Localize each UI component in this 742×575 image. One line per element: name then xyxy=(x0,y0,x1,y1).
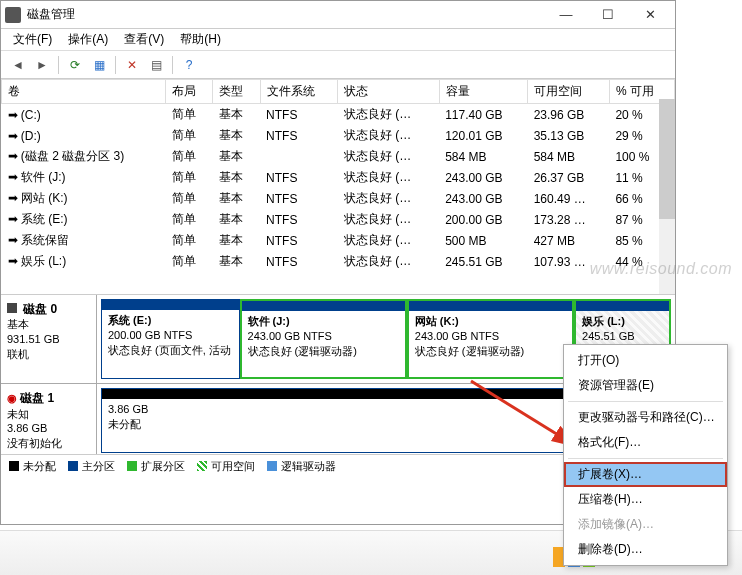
menubar: 文件(F) 操作(A) 查看(V) 帮助(H) xyxy=(1,29,675,51)
legend-unallocated: 未分配 xyxy=(23,459,56,474)
menu-help[interactable]: 帮助(H) xyxy=(172,29,229,50)
table-row[interactable]: ➡ (磁盘 2 磁盘分区 3)简单基本状态良好 (…584 MB584 MB10… xyxy=(2,146,675,167)
volumes-grid[interactable]: 卷 布局 类型 文件系统 状态 容量 可用空间 % 可用 ➡ (C:)简单基本N… xyxy=(1,79,675,295)
minimize-button[interactable]: — xyxy=(545,3,587,27)
ctx-change-letter[interactable]: 更改驱动器号和路径(C)… xyxy=(564,405,727,430)
ctx-explorer[interactable]: 资源管理器(E) xyxy=(564,373,727,398)
table-row[interactable]: ➡ (D:)简单基本NTFS状态良好 (…120.01 GB35.13 GB29… xyxy=(2,125,675,146)
ctx-format[interactable]: 格式化(F)… xyxy=(564,430,727,455)
partition-system-e[interactable]: 系统 (E:) 200.00 GB NTFS 状态良好 (页面文件, 活动 xyxy=(101,299,240,379)
table-row[interactable]: ➡ (C:)简单基本NTFS状态良好 (…117.40 GB23.96 GB20… xyxy=(2,104,675,126)
context-menu: 打开(O) 资源管理器(E) 更改驱动器号和路径(C)… 格式化(F)… 扩展卷… xyxy=(563,344,728,566)
titlebar[interactable]: 磁盘管理 — ☐ ✕ xyxy=(1,1,675,29)
ctx-extend-volume[interactable]: 扩展卷(X)… xyxy=(564,462,727,487)
ctx-open[interactable]: 打开(O) xyxy=(564,348,727,373)
col-layout[interactable]: 布局 xyxy=(166,80,213,104)
ctx-shrink-volume[interactable]: 压缩卷(H)… xyxy=(564,487,727,512)
forward-button[interactable]: ► xyxy=(31,54,53,76)
back-button[interactable]: ◄ xyxy=(7,54,29,76)
disk-1-label: ◉ 磁盘 1 未知 3.86 GB 没有初始化 xyxy=(1,384,97,455)
vertical-scrollbar[interactable] xyxy=(659,99,675,294)
properties-button[interactable]: ▤ xyxy=(145,54,167,76)
table-row[interactable]: ➡ 网站 (K:)简单基本NTFS状态良好 (…243.00 GB160.49 … xyxy=(2,188,675,209)
col-volume[interactable]: 卷 xyxy=(2,80,166,104)
table-row[interactable]: ➡ 系统 (E:)简单基本NTFS状态良好 (…200.00 GB173.28 … xyxy=(2,209,675,230)
partition-software-j[interactable]: 软件 (J:) 243.00 GB NTFS 状态良好 (逻辑驱动器) xyxy=(240,299,407,379)
table-row[interactable]: ➡ 软件 (J:)简单基本NTFS状态良好 (…243.00 GB26.37 G… xyxy=(2,167,675,188)
table-row[interactable]: ➡ 系统保留简单基本NTFS状态良好 (…500 MB427 MB85 % xyxy=(2,230,675,251)
maximize-button[interactable]: ☐ xyxy=(587,3,629,27)
view-button[interactable]: ▦ xyxy=(88,54,110,76)
app-icon xyxy=(5,7,21,23)
toolbar: ◄ ► ⟳ ▦ ✕ ▤ ? xyxy=(1,51,675,79)
legend-primary: 主分区 xyxy=(82,459,115,474)
legend-free: 可用空间 xyxy=(211,459,255,474)
legend-logical: 逻辑驱动器 xyxy=(281,459,336,474)
help-button[interactable]: ? xyxy=(178,54,200,76)
col-fs[interactable]: 文件系统 xyxy=(260,80,338,104)
partition-website-k[interactable]: 网站 (K:) 243.00 GB NTFS 状态良好 (逻辑驱动器) xyxy=(407,299,574,379)
menu-action[interactable]: 操作(A) xyxy=(60,29,116,50)
disk-0-label: 磁盘 0 基本 931.51 GB 联机 xyxy=(1,295,97,383)
refresh-button[interactable]: ⟳ xyxy=(64,54,86,76)
table-row[interactable]: ➡ 娱乐 (L:)简单基本NTFS状态良好 (…245.51 GB107.93 … xyxy=(2,251,675,272)
ctx-add-mirror: 添加镜像(A)… xyxy=(564,512,727,537)
col-capacity[interactable]: 容量 xyxy=(439,80,528,104)
menu-view[interactable]: 查看(V) xyxy=(116,29,172,50)
delete-button[interactable]: ✕ xyxy=(121,54,143,76)
col-status[interactable]: 状态 xyxy=(338,80,439,104)
legend-extended: 扩展分区 xyxy=(141,459,185,474)
menu-file[interactable]: 文件(F) xyxy=(5,29,60,50)
col-type[interactable]: 类型 xyxy=(213,80,260,104)
col-free[interactable]: 可用空间 xyxy=(528,80,610,104)
ctx-delete-volume[interactable]: 删除卷(D)… xyxy=(564,537,727,562)
window-title: 磁盘管理 xyxy=(27,6,545,23)
close-button[interactable]: ✕ xyxy=(629,3,671,27)
